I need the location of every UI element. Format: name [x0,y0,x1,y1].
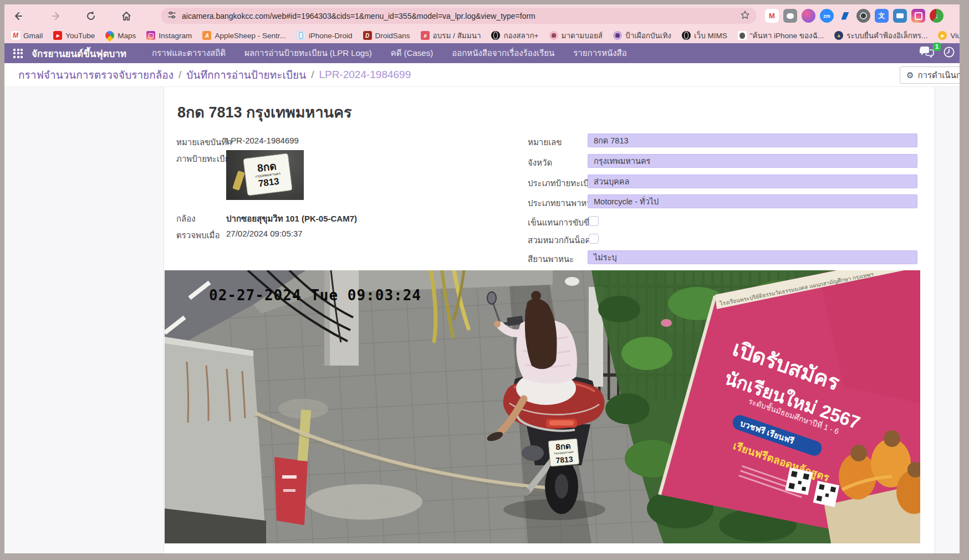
field-label-vehicle-color: สียานพาหนะ [528,253,574,266]
bookmark-maps[interactable]: Maps [105,31,136,40]
record-title: 8กด 7813 กรุงเทพมหานคร [177,100,352,124]
url-bar[interactable]: aicamera.bangkokcc.com/web#id=1964303&ci… [161,8,757,24]
back-button[interactable] [11,9,26,23]
breadcrumb-link-logs[interactable]: บันทึกการอ่านป้ายทะเบียน [186,66,306,83]
brain-extension-icon[interactable] [802,9,815,23]
plate-no-input[interactable]: 8กด 7813 [588,133,917,147]
field-label-detected-at: ตรวจพบเมื่อ [176,229,220,242]
action-menu-label: การดำเนินกา [917,69,960,82]
action-menu-button[interactable]: ⚙ การดำเนินกา [900,66,960,84]
bookmark-instagram[interactable]: Instagram [146,31,192,40]
translate-extension-icon[interactable]: 文 [875,9,889,23]
site-info-icon[interactable] [167,11,176,22]
breadcrumb-separator: / [178,69,181,81]
phone-icon [297,31,305,40]
home-button[interactable] [119,9,134,23]
bookmark-madamboy[interactable]: มาดามบอยส์ [549,29,603,42]
scales-icon: ▲ [834,31,843,40]
app-title[interactable]: จักรยานยนต์ขึ้นฟุตบาท [32,46,126,61]
helmet-checkbox[interactable] [589,234,599,244]
apple-icon [738,31,747,40]
bookmark-training[interactable]: ออบรม / สัมมนา [421,29,481,42]
plate-image: 8กด กรุงเทพมหานคร 7813 [226,150,304,200]
avatar-pink-icon [549,31,558,40]
nav-item-letters[interactable]: ออกหนังสือจากเรื่องร้องเรียน [452,47,554,60]
maps-pin-icon [104,29,116,42]
forward-button[interactable] [49,9,63,23]
nav-item-stats[interactable]: กราฟและตารางสถิติ [152,47,226,60]
screenshot-frame: aicamera.bangkokcc.com/web#id=1964303&ci… [0,0,969,560]
messages-icon[interactable]: 1 [920,47,934,60]
field-label-province: จังหวัด [528,156,552,169]
nav-item-letter-list[interactable]: รายการหนังสือ [573,47,626,60]
breadcrumb-separator: / [311,69,314,81]
zoom-extension-icon[interactable]: zm [820,9,834,23]
bookmark-lottery[interactable]: กองสลาก+ [491,29,538,42]
line-extension-icon[interactable] [783,9,797,23]
app-navbar: จักรยานยนต์ขึ้นฟุตบาท กราฟและตารางสถิติ … [4,43,960,63]
apps-grid-icon[interactable] [13,49,23,58]
bookmark-find-iphone[interactable]: "ค้นหา iPhone ของฉั... [738,29,824,42]
activity-clock-icon[interactable] [943,46,955,60]
gear-icon: ⚙ [906,70,914,80]
vehicle-type-input[interactable]: Motorcycle - ทั่วไป [588,194,917,208]
extensions-row: M zm 文 ↓ [765,9,944,23]
field-value-camera: ปากซอยสุขุมวิท 101 (PK-05-CAM7) [226,212,357,225]
field-label-record-no: หมายเลขบันทึก [176,136,232,149]
nav-item-lpr-logs[interactable]: ผลการอ่านป้ายทะเบียน (LPR Logs) [244,47,372,60]
globe-icon [491,31,500,40]
cctv-timestamp: 02-27-2024 Tue 09:03:24 [209,287,421,304]
province-input[interactable]: กรุงเทพมหานคร [588,154,917,168]
field-label-helmet: สวมหมวกกันน็อค [528,234,590,247]
browser-window: aicamera.bangkokcc.com/web#id=1964303&ci… [4,4,960,553]
bookmark-gmail[interactable]: MGmail [11,31,43,40]
viu-icon: ▶ [938,31,947,40]
avatar-purple-icon [613,31,622,40]
plate-image-detail [232,171,245,191]
form-view: 8กด 7813 กรุงเทพมหานคร หมายเลขบันทึก LPR… [4,87,960,553]
idm-extension-icon[interactable]: ↓ [930,9,944,23]
bookmark-applesheep[interactable]: AAppleSheep - Sentr... [202,31,285,40]
gmail-icon: M [11,31,20,40]
field-value-record-no: LPR-2024-1984699 [226,136,299,145]
messages-badge: 1 [933,43,941,51]
bookmark-mims[interactable]: เว็บ MIMS [682,29,727,42]
globe-icon [682,31,691,40]
droidsans-icon: D [363,31,372,40]
instagram-extension-icon[interactable] [911,9,925,23]
bookmark-star-icon[interactable] [740,10,750,22]
field-label-pushing: เข็นแทนการขับขี่ [528,216,589,229]
nav-item-cases[interactable]: คดี (Cases) [391,47,433,60]
url-text: aicamera.bangkokcc.com/web#id=1964303&ci… [182,12,740,20]
applesheep-icon: A [202,31,211,40]
plate-type-input[interactable]: ส่วนบุคคล [588,174,917,188]
bookmarks-bar: MGmail ▶YouTube Maps Instagram AAppleShe… [4,28,960,43]
field-label-plate-no: หมายเลข [528,136,562,149]
breadcrumb-link-graph[interactable]: กราฟจำนวนการตรวจจับรายกล้อง [18,66,174,83]
pushing-checkbox[interactable] [589,216,599,226]
plate-card: 8กด กรุงเทพมหานคร 7813 [243,153,293,196]
gmail-extension-icon[interactable]: M [765,9,779,23]
bookmark-papueak[interactable]: ป้าเผือกบันเทิง [613,29,671,42]
navbar-right: 1 [920,43,955,63]
instagram-icon [146,31,155,40]
lens-extension-icon[interactable] [856,9,870,23]
bookmark-viu[interactable]: ▶Viu [938,31,960,40]
field-label-vehicle-type: ประเภทยานพาหนะ [528,197,597,210]
cctv-image: 8กด กรุงเทพมหานคร 7813 โรงเรียนพระปริยัต… [165,270,920,543]
pen-extension-icon[interactable] [838,9,852,23]
vehicle-color-input[interactable]: ไม่ระบุ [588,250,917,264]
bookmark-iphonedroid[interactable]: iPhone-Droid [297,31,353,40]
svg-text:7813: 7813 [555,455,574,465]
motorcycle-plate: 8กด กรุงเทพมหานคร 7813 [548,439,579,466]
breadcrumb-current: LPR-2024-1984699 [319,69,411,81]
field-label-camera: กล้อง [176,212,196,225]
reload-button[interactable] [84,9,98,23]
bookmark-youtube[interactable]: ▶YouTube [53,31,95,40]
bookmark-droidsans[interactable]: DDroidSans [363,31,410,40]
bookmark-efiling[interactable]: ▲ระบบยื่นคำฟ้องอิเล็กทร... [834,29,927,42]
breadcrumb: กราฟจำนวนการตรวจจับรายกล้อง / บันทึกการอ… [4,63,960,87]
training-icon: อ [421,31,430,40]
browser-toolbar: aicamera.bangkokcc.com/web#id=1964303&ci… [4,4,960,28]
screenshot-extension-icon[interactable] [893,9,907,23]
